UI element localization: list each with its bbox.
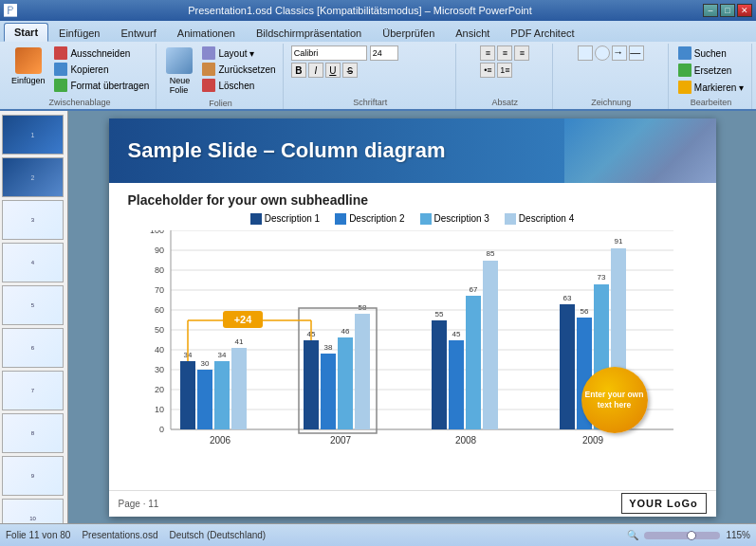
italic-button[interactable]: I	[308, 63, 323, 78]
slide-thumb-8[interactable]: 8	[2, 413, 64, 453]
tab-ansicht[interactable]: Ansicht	[445, 24, 500, 42]
btn-zuruecksetzen[interactable]: Zurücksetzen	[199, 62, 278, 77]
legend-item-2: Description 2	[335, 213, 404, 225]
strikethrough-button[interactable]: S̶	[342, 63, 358, 78]
btn-loeschen[interactable]: Löschen	[199, 78, 278, 93]
slide[interactable]: Sample Slide – Column diagram Placeholde…	[109, 118, 716, 517]
svg-text:41: 41	[234, 337, 243, 346]
svg-text:60: 60	[154, 305, 163, 315]
maximize-button[interactable]: □	[720, 4, 735, 17]
zoom-bar[interactable]	[644, 532, 720, 539]
logo-box: YOUR LoGo	[621, 493, 707, 514]
bar-2008-1	[432, 320, 447, 429]
btn-layout[interactable]: Layout ▾	[199, 46, 278, 61]
svg-text:38: 38	[323, 343, 332, 352]
title-bar-text: Presentation1.osd Classics [Kompatibilit…	[17, 5, 703, 16]
slide-thumb-9[interactable]: 9	[2, 456, 64, 496]
btn-markieren[interactable]: Markieren ▾	[675, 80, 747, 95]
group-label-schriftart: Schriftart	[353, 96, 387, 107]
bullet-button[interactable]: •≡	[480, 63, 495, 78]
slide-title: Sample Slide – Column diagram	[128, 138, 446, 163]
tab-entwurf[interactable]: Entwurf	[111, 24, 167, 42]
slide-thumb-10[interactable]: 10	[2, 499, 64, 523]
legend-item-1: Description 1	[250, 213, 320, 225]
slide-thumb-7[interactable]: 7	[2, 371, 64, 410]
legend-color-1	[250, 213, 262, 225]
btn-kopieren[interactable]: Kopieren	[51, 62, 152, 77]
bar-2006-4	[231, 348, 247, 429]
svg-text:30: 30	[154, 365, 163, 374]
slide-body: Placeholder for your own subheadline Des…	[109, 183, 716, 469]
bar-2006-3	[214, 361, 230, 429]
slide-thumb-2[interactable]: 2	[2, 157, 64, 197]
svg-text:40: 40	[154, 345, 163, 355]
bold-button[interactable]: B	[291, 63, 306, 78]
slide-thumb-5[interactable]: 5	[2, 285, 64, 325]
btn-ausschneiden[interactable]: Ausschneiden	[51, 46, 152, 61]
shape-line[interactable]: —	[629, 46, 644, 61]
tab-start[interactable]: Start	[4, 23, 48, 42]
svg-text:80: 80	[154, 265, 163, 275]
title-bar: 🅿 Presentation1.osd Classics [Kompatibil…	[0, 0, 756, 21]
bar-2008-2	[449, 340, 464, 429]
svg-text:46: 46	[341, 327, 349, 336]
tab-bildschirm[interactable]: Bildschirmpräsentation	[246, 24, 372, 42]
group-label-zwischenablage: Zwischenablage	[49, 96, 111, 107]
svg-text:20: 20	[154, 385, 163, 394]
legend-label-2: Description 2	[349, 213, 404, 224]
shape-rect[interactable]	[578, 46, 593, 61]
legend-label-1: Description 1	[265, 213, 320, 224]
tab-animationen[interactable]: Animationen	[167, 24, 246, 42]
svg-text:100: 100	[149, 230, 163, 235]
bar-2006-1	[180, 361, 195, 429]
bar-2006-2	[197, 370, 212, 429]
canvas-area[interactable]: Sample Slide – Column diagram Placeholde…	[68, 111, 756, 523]
app-icon: 🅿	[4, 3, 17, 18]
header-image	[564, 118, 716, 183]
slide-thumb-4[interactable]: 4	[2, 243, 64, 282]
group-label-folien: Folien	[209, 97, 232, 108]
btn-ersetzen[interactable]: Ersetzen	[675, 63, 747, 78]
align-center-button[interactable]: ≡	[497, 46, 512, 61]
bar-2007-4	[355, 314, 370, 429]
slide-thumb-3[interactable]: 3	[2, 200, 64, 240]
underline-button[interactable]: U	[325, 63, 341, 78]
slide-footer: Page · 11 YOUR LoGo	[109, 490, 716, 517]
slide-thumb-1[interactable]: 1	[2, 115, 64, 155]
btn-suchen[interactable]: Suchen	[675, 46, 747, 61]
label-2006: 2006	[209, 435, 230, 446]
group-zeichnung: → — Zeichnung	[555, 44, 669, 109]
font-size-input[interactable]	[370, 46, 398, 61]
status-right: 🔍 115%	[627, 530, 750, 540]
btn-einfuegen[interactable]: Einfügen	[8, 46, 49, 87]
tab-pdf[interactable]: PDF Architect	[500, 24, 584, 42]
main-area: 1 2 3 4 5 6 7 8 9 10	[0, 111, 756, 523]
slide-thumb-6[interactable]: 6	[2, 328, 64, 368]
group-bearbeiten: Suchen Ersetzen Markieren ▾ Bearbeiten	[671, 44, 752, 109]
bar-2008-3	[466, 296, 481, 429]
tab-ueberpruefen[interactable]: Überprüfen	[372, 24, 445, 42]
legend-color-2	[335, 213, 346, 225]
btn-neue-folie[interactable]: NeueFolie	[162, 46, 196, 97]
legend-item-4: Description 4	[505, 213, 574, 225]
shape-circle[interactable]	[595, 46, 610, 61]
zoom-handle[interactable]	[687, 531, 696, 540]
shape-arrow[interactable]: →	[612, 46, 627, 61]
legend-label-3: Description 3	[434, 213, 489, 224]
status-bar: Folie 11 von 80 Presentations.osd Deutsc…	[0, 523, 756, 546]
page-number: Page · 11	[119, 499, 159, 509]
btn-format[interactable]: Format übertragen	[51, 78, 152, 93]
circle-callout-text: Enter your own text here	[581, 390, 648, 409]
align-right-button[interactable]: ≡	[514, 46, 529, 61]
minimize-button[interactable]: –	[703, 4, 718, 17]
svg-text:91: 91	[614, 237, 622, 246]
close-button[interactable]: ✕	[737, 4, 752, 17]
group-label-absatz: Absatz	[492, 96, 519, 107]
bar-2009-1	[560, 304, 575, 429]
number-list-button[interactable]: 1≡	[497, 63, 512, 78]
tab-einfuegen[interactable]: Einfügen	[48, 24, 110, 42]
font-family-input[interactable]	[291, 46, 367, 61]
svg-text:0: 0	[158, 425, 163, 434]
legend-color-4	[505, 213, 516, 225]
align-left-button[interactable]: ≡	[480, 46, 495, 61]
